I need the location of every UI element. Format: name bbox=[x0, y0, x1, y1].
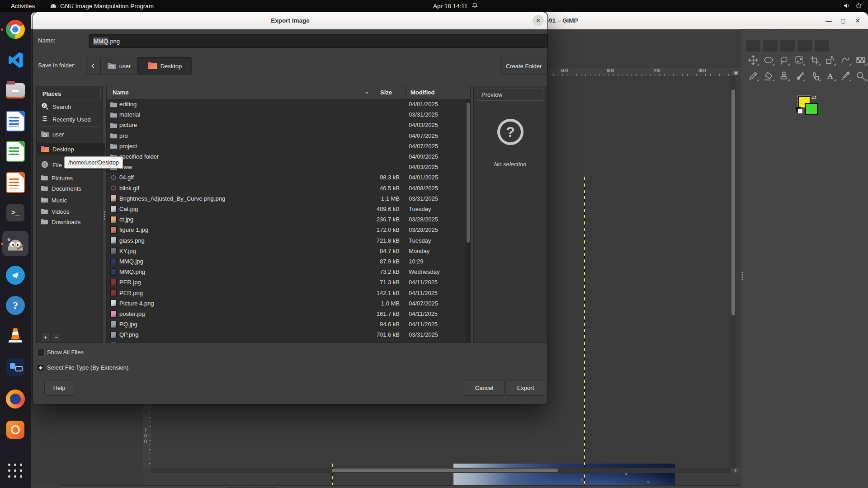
place-item-user[interactable]: user bbox=[37, 128, 105, 141]
file-row[interactable]: specified folder04/09/2025 bbox=[107, 151, 464, 162]
column-header-size[interactable]: Size bbox=[380, 89, 392, 96]
file-row[interactable]: Picture 4.png1.0 MB04/07/2025 bbox=[107, 298, 464, 309]
tool-button-partial[interactable] bbox=[815, 40, 829, 52]
focused-app-indicator[interactable]: GNU Image Manipulation Program bbox=[50, 0, 154, 12]
tool-button-partial[interactable] bbox=[797, 40, 812, 52]
file-row[interactable]: PER.png142.1 kB04/11/2025 bbox=[107, 288, 464, 298]
file-row[interactable]: blink.gif46.5 kB04/08/2025 bbox=[107, 183, 464, 193]
background-color-swatch[interactable] bbox=[805, 103, 818, 115]
canvas-horizontal-scrollbar[interactable] bbox=[151, 468, 731, 473]
tool-gradient[interactable] bbox=[854, 54, 868, 66]
file-list-scrollbar[interactable] bbox=[466, 99, 470, 343]
dock-item-terminal[interactable]: >_ bbox=[5, 202, 26, 224]
file-row[interactable]: MMQ.png73.2 kBWednesday bbox=[107, 267, 464, 277]
filename-input[interactable]: MMQ.png bbox=[89, 34, 547, 48]
file-row[interactable]: PER.jpg71.3 kB04/11/2025 bbox=[107, 277, 464, 287]
system-status-area[interactable] bbox=[844, 0, 862, 12]
file-type-expander-label[interactable]: Select File Type (By Extension) bbox=[47, 364, 128, 371]
help-button[interactable]: Help bbox=[44, 380, 74, 396]
dock-item-chrome[interactable] bbox=[5, 19, 26, 40]
tool-button-partial[interactable] bbox=[763, 40, 778, 52]
canvas-navigation-button[interactable]: ✛ bbox=[731, 468, 740, 473]
tool-button-partial[interactable] bbox=[780, 40, 795, 52]
tool-transform[interactable] bbox=[823, 54, 837, 66]
file-row[interactable]: picture04/03/2025 bbox=[107, 120, 464, 130]
tool-crop[interactable] bbox=[808, 54, 821, 66]
place-item-documents[interactable]: Documents bbox=[37, 183, 105, 195]
tool-eraser[interactable] bbox=[762, 70, 775, 82]
tool-color-picker[interactable] bbox=[839, 70, 852, 82]
dock-item-libreoffice-impress[interactable] bbox=[5, 172, 26, 193]
export-button[interactable]: Export bbox=[506, 380, 545, 396]
place-item-music[interactable]: Music bbox=[37, 194, 105, 206]
tool-button-partial[interactable] bbox=[746, 40, 760, 52]
column-header-modified[interactable]: Modified bbox=[410, 89, 434, 96]
file-row[interactable]: ct.jpg236.7 kB03/28/2025 bbox=[107, 214, 464, 225]
create-folder-button[interactable]: Create Folder bbox=[500, 57, 547, 75]
show-all-files-checkbox[interactable] bbox=[37, 349, 45, 357]
tool-select-by-color[interactable] bbox=[793, 54, 806, 66]
place-item-downloads[interactable]: Downloads bbox=[37, 216, 105, 228]
file-type-expander-icon[interactable] bbox=[38, 365, 43, 371]
tool-text[interactable]: A bbox=[823, 70, 837, 82]
ruler-corner-button[interactable]: ▣ bbox=[731, 68, 741, 77]
tool-warp[interactable] bbox=[839, 54, 852, 66]
place-item-recently-used[interactable]: Recently Used bbox=[37, 113, 105, 126]
tool-clone[interactable] bbox=[777, 70, 791, 82]
dock-item-vscode[interactable] bbox=[5, 49, 26, 71]
file-row[interactable]: figure 1.jpg172.0 kB03/28/2025 bbox=[107, 225, 464, 235]
tool-ellipse-select[interactable] bbox=[762, 54, 775, 66]
path-back-button[interactable] bbox=[86, 57, 100, 75]
file-row[interactable]: www04/03/2025 bbox=[107, 162, 464, 172]
path-button-desktop[interactable]: Desktop bbox=[137, 57, 192, 75]
file-row[interactable]: MMQ.jpg87.9 kB10:29 bbox=[107, 256, 464, 267]
file-row[interactable]: project04/07/2025 bbox=[107, 141, 464, 151]
canvas-vertical-scrollbar[interactable] bbox=[731, 76, 736, 468]
close-button[interactable]: ✕ bbox=[852, 15, 863, 26]
place-item-search[interactable]: ASearch bbox=[37, 101, 105, 113]
dialog-close-button[interactable]: ✕ bbox=[533, 15, 544, 26]
file-row[interactable]: KY.jpg84.7 kBMonday bbox=[107, 246, 464, 256]
tool-move[interactable] bbox=[746, 54, 760, 66]
path-button-user[interactable]: user bbox=[100, 57, 137, 75]
dock-item-libreoffice-calc[interactable] bbox=[5, 141, 26, 162]
dock-item-show-apps[interactable] bbox=[5, 460, 26, 482]
dock-item-firefox-ring[interactable] bbox=[5, 388, 26, 410]
dock-item-gimp[interactable] bbox=[5, 233, 26, 254]
file-row[interactable]: QP.png701.6 kB03/31/2025 bbox=[107, 329, 464, 340]
cancel-button[interactable]: Cancel bbox=[464, 380, 505, 396]
dock-item-dev-app[interactable] bbox=[5, 356, 26, 378]
dock-item-telegram[interactable] bbox=[5, 264, 26, 286]
file-row[interactable]: Sea.jpg42.0 kB10:30 bbox=[107, 340, 464, 343]
file-row[interactable]: poster.jpg161.7 kB04/11/2025 bbox=[107, 309, 464, 319]
file-row[interactable]: material03/31/2025 bbox=[107, 109, 464, 120]
tool-ink[interactable] bbox=[808, 70, 821, 82]
tool-zoom[interactable] bbox=[854, 70, 868, 82]
tool-paintbrush[interactable] bbox=[793, 70, 806, 82]
dock-item-vlc[interactable] bbox=[5, 325, 26, 347]
remove-bookmark-button[interactable]: − bbox=[51, 333, 61, 342]
file-row[interactable]: pro04/07/2025 bbox=[107, 131, 464, 141]
pane-resize-handle[interactable]: •••• bbox=[104, 211, 105, 220]
minimize-button[interactable]: — bbox=[823, 15, 834, 26]
column-header-name[interactable]: Name bbox=[113, 89, 128, 96]
file-row[interactable]: 04.gif98.3 kB04/01/2025 bbox=[107, 172, 464, 183]
dialog-titlebar[interactable]: Export Image ✕ bbox=[33, 12, 547, 29]
file-row[interactable]: Cat.jpg489.6 kBTuesday bbox=[107, 204, 464, 214]
clock-button[interactable]: Apr 18 14:11 bbox=[433, 0, 478, 12]
dock-item-libreoffice-writer[interactable] bbox=[5, 110, 26, 132]
dock-drag-handle[interactable]: •••• bbox=[741, 272, 743, 281]
maximize-button[interactable]: ▢ bbox=[838, 15, 849, 26]
default-colors-icon[interactable] bbox=[796, 107, 803, 114]
file-row[interactable]: glass.png721.8 kBTuesday bbox=[107, 235, 464, 246]
file-row[interactable]: editing04/01/2025 bbox=[107, 99, 464, 109]
dock-item-app-center[interactable] bbox=[5, 419, 26, 441]
file-row[interactable]: Brightness_Adjusted_By_Curve png.png1.1 … bbox=[107, 193, 464, 204]
add-bookmark-button[interactable]: + bbox=[40, 333, 51, 342]
tool-pencil[interactable] bbox=[746, 70, 760, 82]
dock-item-files[interactable] bbox=[5, 80, 26, 102]
tool-free-select[interactable] bbox=[777, 54, 791, 66]
activities-button[interactable]: Activities bbox=[6, 0, 39, 12]
dock-item-help[interactable]: ? bbox=[5, 295, 26, 316]
file-row[interactable]: PQ.jpg94.6 kB04/11/2025 bbox=[107, 319, 464, 329]
